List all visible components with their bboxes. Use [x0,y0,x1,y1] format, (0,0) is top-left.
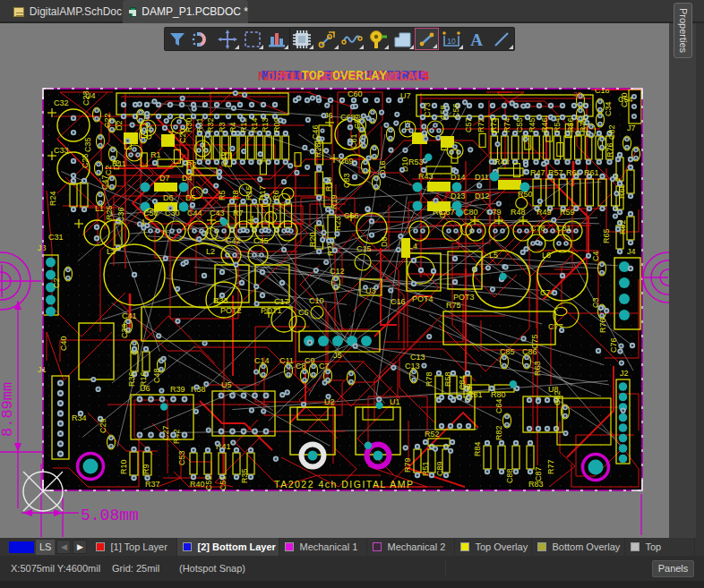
svg-text:C63: C63 [465,386,474,401]
svg-text:C51: C51 [219,475,228,490]
svg-text:R74: R74 [502,117,511,132]
svg-text:R49: R49 [537,208,552,217]
svg-text:C39: C39 [120,323,129,338]
svg-text:R80: R80 [491,390,506,399]
svg-text:C42: C42 [226,236,241,245]
svg-text:R51: R51 [421,461,430,476]
svg-text:D12: D12 [475,192,490,200]
svg-text:C80: C80 [463,208,478,217]
svg-text:C25: C25 [81,153,90,168]
svg-text:R76: R76 [605,142,614,158]
svg-text:TA2022 4ch DIGITAL AMP: TA2022 4ch DIGITAL AMP [274,479,415,490]
svg-text:C13: C13 [410,353,425,362]
svg-text:POT4: POT4 [412,294,434,303]
svg-text:C85: C85 [500,347,515,356]
svg-text:A: A [470,30,483,49]
svg-text:D11: D11 [475,173,489,182]
svg-text:R43: R43 [418,172,434,181]
svg-text:C75: C75 [530,334,539,349]
svg-text:R35: R35 [240,468,249,483]
svg-text:R25: R25 [105,205,114,220]
svg-text:R46: R46 [540,117,549,132]
svg-text:C32: C32 [54,98,69,107]
svg-text:R3: R3 [218,122,227,132]
svg-text:C7: C7 [319,362,330,371]
svg-text:C34: C34 [604,101,613,116]
svg-text:R44: R44 [494,158,510,166]
svg-text:R65: R65 [602,228,611,243]
svg-text:C5: C5 [298,308,309,317]
svg-text:C53: C53 [177,450,186,465]
svg-text:5.08mm: 5.08mm [81,507,139,524]
svg-text:R73: R73 [489,117,498,132]
svg-text:C33: C33 [54,146,69,155]
svg-text:10: 10 [448,36,457,45]
svg-text:C66: C66 [344,211,359,220]
svg-text:J3: J3 [38,243,47,252]
svg-text:D6: D6 [163,193,174,202]
svg-text:C45: C45 [253,236,269,245]
svg-text:C70: C70 [620,92,629,107]
svg-text:R72: R72 [476,117,485,132]
svg-text:C17: C17 [274,297,289,306]
svg-text:R2: R2 [186,160,197,169]
svg-text:32: 32 [573,90,581,98]
svg-text:U6: U6 [140,384,150,393]
svg-text:R13: R13 [261,117,270,132]
svg-text:L5: L5 [489,251,498,260]
svg-text:C16: C16 [391,297,406,306]
svg-text:J5: J5 [333,351,342,360]
svg-text:R45: R45 [528,117,537,132]
svg-text:R75: R75 [446,301,461,310]
svg-text:R15: R15 [245,185,253,200]
svg-text:U1: U1 [390,397,400,406]
svg-text:C40: C40 [59,336,68,351]
svg-text:R24: R24 [48,191,57,206]
svg-text:C78: C78 [530,224,545,233]
svg-text:R14: R14 [250,117,259,132]
svg-text:R76: R76 [598,318,607,333]
svg-text:R40: R40 [190,480,205,489]
svg-text:C18: C18 [595,86,610,95]
svg-text:D7: D7 [159,174,170,183]
svg-text:C57: C57 [464,117,473,132]
svg-text:R82: R82 [494,425,503,440]
svg-text:R61: R61 [584,168,599,177]
svg-text:R9: R9 [142,464,150,474]
svg-text:R39: R39 [170,385,185,394]
svg-text:C88: C88 [505,468,514,483]
svg-text:C22: C22 [103,113,112,128]
svg-text:R47: R47 [530,168,545,177]
svg-text:L6: L6 [542,251,551,260]
svg-text:C89: C89 [435,461,444,476]
svg-text:R37: R37 [145,480,160,489]
svg-text:R30: R30 [185,117,193,132]
svg-text:D2: D2 [115,120,124,131]
svg-text:R11: R11 [112,159,126,168]
svg-text:C11: C11 [279,356,294,365]
svg-text:C29: C29 [99,418,107,433]
svg-text:C47: C47 [100,175,109,190]
svg-text:C35: C35 [83,137,92,152]
svg-text:U5: U5 [221,380,232,389]
svg-text:R53: R53 [408,158,424,166]
svg-text:C64: C64 [494,398,503,413]
svg-text:R1: R1 [150,150,161,159]
svg-text:C14: C14 [254,356,270,365]
svg-text:C81: C81 [556,224,571,233]
svg-text:L2: L2 [206,247,215,256]
svg-text:J7: J7 [627,124,636,132]
svg-text:D8: D8 [380,236,389,247]
svg-text:D4: D4 [182,174,193,183]
svg-text:C59: C59 [353,114,362,129]
svg-text:C9: C9 [305,356,315,365]
svg-text:C72: C72 [438,203,447,218]
svg-text:R78: R78 [425,371,434,387]
svg-text:TOP OVERLAY: TOP OVERLAY [301,69,387,83]
svg-text:R20: R20 [308,232,317,247]
svg-text:R4: R4 [228,122,237,132]
svg-text:C76: C76 [609,337,618,353]
svg-text:R58: R58 [443,371,452,387]
svg-text:R23: R23 [333,216,342,231]
svg-text:R8: R8 [231,190,240,200]
